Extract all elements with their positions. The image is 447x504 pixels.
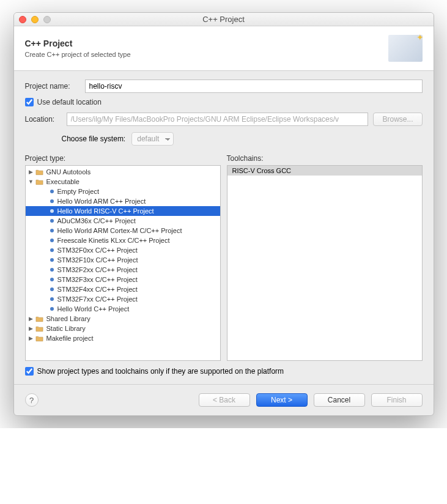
tree-item-hello-world-arm[interactable]: Hello World ARM C++ Project [26, 196, 220, 206]
project-name-input[interactable] [85, 80, 423, 93]
dot-icon [49, 237, 55, 244]
tree-item-empty-project[interactable]: Empty Project [26, 187, 220, 196]
window-title: C++ Project [14, 15, 434, 24]
tree-item-label: Hello World RISC-V C++ Project [57, 207, 154, 215]
svg-point-12 [50, 307, 54, 311]
tree-item-label: GNU Autotools [46, 168, 91, 176]
chevron-right-icon[interactable]: ▶ [28, 325, 34, 332]
use-default-location-label: Use default location [37, 98, 102, 106]
tree-item-label: STM32F2xx C/C++ Project [57, 266, 138, 273]
tree-item-executable[interactable]: ▼ Executable [26, 177, 220, 187]
tree-item-label: STM32F0xx C/C++ Project [57, 246, 138, 254]
zoom-icon [43, 16, 51, 23]
minimize-icon[interactable] [31, 16, 39, 23]
tree-item-label: Static Library [46, 325, 86, 332]
svg-point-2 [50, 209, 54, 213]
location-label: Location: [25, 115, 62, 124]
chevron-right-icon[interactable]: ▶ [28, 335, 34, 341]
tree-item-label: Freescale Kinetis KLxx C/C++ Project [57, 237, 170, 244]
back-button: < Back [199, 393, 250, 407]
tree-item-stm32f1[interactable]: STM32F10x C/C++ Project [26, 255, 220, 265]
dot-icon [49, 188, 55, 195]
toolchains-list[interactable]: RISC-V Cross GCC [227, 165, 423, 361]
cancel-button[interactable]: Cancel [314, 393, 365, 407]
next-button[interactable]: Next > [256, 393, 308, 407]
finish-button: Finish [371, 393, 423, 407]
dot-icon [49, 305, 55, 313]
button-bar: ? < Back Next > Cancel Finish [14, 384, 434, 415]
folder-icon [35, 325, 44, 332]
tree-item-label: STM32F4xx C/C++ Project [57, 286, 138, 293]
choose-file-system-label: Choose file system: [62, 135, 126, 143]
tree-item-label: Shared Library [46, 315, 91, 322]
tree-item-makefile-project[interactable]: ▶ Makefile project [26, 333, 220, 343]
show-supported-label: Show project types and toolchains only i… [37, 367, 284, 376]
toolchain-item-riscv-cross-gcc[interactable]: RISC-V Cross GCC [227, 166, 422, 176]
folder-icon [35, 178, 44, 185]
dot-icon [49, 286, 55, 293]
svg-point-7 [50, 258, 54, 262]
location-input [67, 113, 369, 126]
tree-item-hello-world-cpp[interactable]: Hello World C++ Project [26, 304, 220, 314]
show-supported-checkbox[interactable] [25, 367, 34, 376]
tree-item-label: Empty Project [57, 188, 99, 195]
help-button[interactable]: ? [25, 393, 39, 407]
svg-point-6 [50, 248, 54, 252]
tree-item-hello-world-riscv[interactable]: Hello World RISC-V C++ Project [26, 206, 220, 216]
tree-item-label: Makefile project [46, 335, 94, 342]
dot-icon [49, 198, 55, 205]
tree-item-label: Executable [46, 178, 79, 185]
page-subtitle: Create C++ project of selected type [25, 51, 131, 58]
tree-item-stm32f4[interactable]: STM32F4xx C/C++ Project [26, 284, 220, 294]
dot-icon [49, 246, 55, 254]
tree-item-gnu-autotools[interactable]: ▶ GNU Autotools [26, 167, 220, 177]
svg-point-5 [50, 239, 54, 242]
project-name-label: Project name: [25, 82, 80, 91]
tree-item-kinetis[interactable]: Freescale Kinetis KLxx C/C++ Project [26, 235, 220, 245]
titlebar: C++ Project [14, 13, 434, 26]
svg-point-11 [50, 297, 54, 301]
tree-item-stm32f2[interactable]: STM32F2xx C/C++ Project [26, 265, 220, 275]
dialog-body: Project name: Use default location Locat… [14, 71, 434, 384]
svg-point-8 [50, 268, 54, 272]
tree-item-stm32f3[interactable]: STM32F3xx C/C++ Project [26, 275, 220, 284]
folder-icon [35, 315, 44, 322]
tree-item-stm32f0[interactable]: STM32F0xx C/C++ Project [26, 245, 220, 255]
chevron-right-icon[interactable]: ▶ [28, 316, 34, 322]
svg-point-9 [50, 278, 54, 281]
tree-item-label: ADuCM36x C/C++ Project [57, 217, 136, 224]
dot-icon [49, 227, 55, 234]
project-type-heading: Project type: [25, 154, 221, 163]
tree-item-static-library[interactable]: ▶ Static Library [26, 324, 220, 333]
svg-point-3 [50, 219, 54, 223]
tree-item-label: STM32F3xx C/C++ Project [57, 276, 138, 283]
dot-icon [49, 295, 55, 303]
svg-point-1 [50, 199, 54, 203]
dialog-header: C++ Project Create C++ project of select… [14, 26, 434, 71]
tree-item-label: STM32F10x C/C++ Project [57, 256, 138, 264]
window-controls [19, 16, 51, 23]
chevron-right-icon[interactable]: ▶ [28, 169, 34, 175]
file-system-select: default [131, 132, 174, 146]
dialog-window: C++ Project C++ Project Create C++ proje… [13, 12, 434, 416]
tree-item-label: Hello World C++ Project [57, 305, 130, 313]
tree-item-cortex-m[interactable]: Hello World ARM Cortex-M C/C++ Project [26, 226, 220, 235]
svg-point-10 [50, 287, 54, 291]
use-default-location-checkbox[interactable] [25, 98, 34, 106]
browse-button: Browse... [373, 113, 422, 126]
tree-item-shared-library[interactable]: ▶ Shared Library [26, 314, 220, 324]
svg-point-4 [50, 229, 54, 232]
tree-item-stm32f7[interactable]: STM32F7xx C/C++ Project [26, 294, 220, 304]
toolchains-heading: Toolchains: [227, 154, 423, 163]
close-icon[interactable] [19, 16, 26, 23]
page-title: C++ Project [25, 39, 131, 48]
dot-icon [49, 207, 55, 215]
dot-icon [49, 256, 55, 264]
project-type-tree[interactable]: ▶ GNU Autotools ▼ Executable Empty Proje… [25, 165, 221, 361]
tree-item-aducm36x[interactable]: ADuCM36x C/C++ Project [26, 216, 220, 226]
dot-icon [49, 217, 55, 224]
svg-point-0 [50, 190, 54, 193]
folder-icon [35, 168, 44, 176]
chevron-down-icon[interactable]: ▼ [28, 179, 34, 185]
dot-icon [49, 276, 55, 283]
